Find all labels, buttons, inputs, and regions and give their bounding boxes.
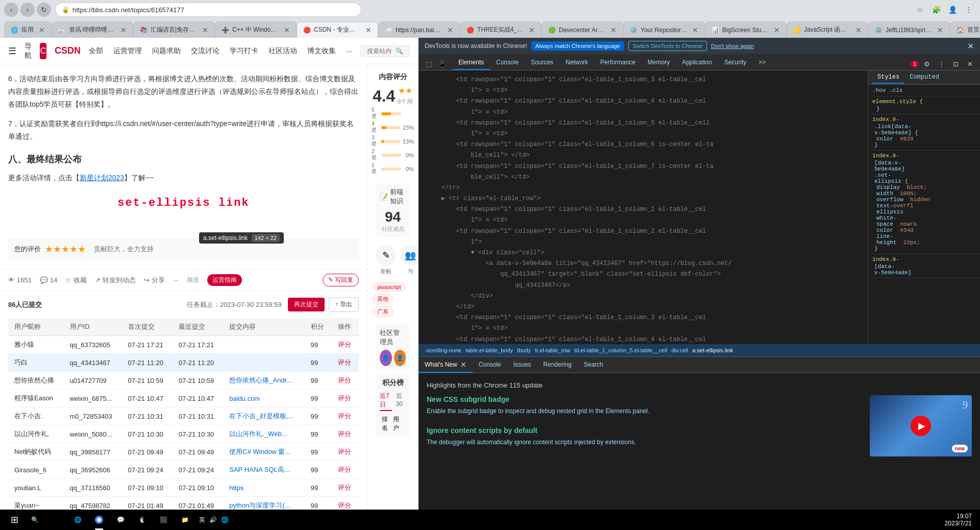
browser-tab[interactable]: ⚙️JeffLi1993/spring...✕	[868, 21, 950, 38]
browser-tab[interactable]: 🌐应用✕	[4, 21, 52, 38]
resubmit-button[interactable]: 再次提交	[288, 298, 325, 311]
admin-avatar-1[interactable]: 👤	[380, 350, 392, 366]
submission-link[interactable]: SAP HANA SQL高...	[229, 466, 289, 473]
dom-tree-line[interactable]: qq_43413467</a>	[419, 280, 868, 291]
nav-item[interactable]: 问题求助	[152, 46, 181, 56]
taskbar-wechat[interactable]: 💬	[110, 510, 131, 530]
forward-button[interactable]: ›	[20, 3, 35, 17]
devtools-tab[interactable]: Network	[559, 56, 594, 70]
taskbar-taskview[interactable]: ⧉	[46, 510, 66, 530]
tab-close-icon[interactable]: ✕	[692, 26, 698, 34]
dom-tree-line[interactable]: <td rowspan="1" colspan="1" class="el-ta…	[419, 118, 868, 129]
forward-btn[interactable]: ↗ 转发到动态	[95, 276, 136, 285]
dom-tree-line[interactable]: 1"> ≡ <td>	[419, 215, 868, 226]
styles-tab-computed[interactable]: Computed	[904, 71, 944, 84]
taskbar-vs[interactable]: ⬛	[153, 510, 174, 530]
comment-count[interactable]: 💬 14	[40, 276, 57, 284]
close-devtools-btn[interactable]: ✕	[964, 58, 976, 70]
dom-tree-line[interactable]: <td rowspan="1" colspan="1" class="el-ta…	[419, 161, 868, 172]
dom-tree-line[interactable]: <a data-v-5e0e4a8e title="qq_43413467" h…	[419, 258, 868, 269]
taskbar-search[interactable]: 🔍	[24, 510, 45, 530]
devtools-bottom-tab[interactable]: Rendering	[537, 358, 577, 372]
dom-tree-line[interactable]: <td rowspan="1" colspan="1" class="el-ta…	[419, 204, 868, 215]
search-input[interactable]	[367, 47, 391, 55]
menu-icon[interactable]: ☰	[8, 45, 16, 57]
dom-tree-line[interactable]: 1"> ≡ <td>	[419, 85, 868, 96]
dom-tree-line[interactable]: </div>	[419, 291, 868, 302]
eval-button[interactable]: 评分	[338, 358, 351, 366]
browser-tab[interactable]: 🔴CSDN - 专业开发...✕	[297, 21, 378, 38]
dom-tree-line[interactable]: 1"> ≡ <td>	[419, 129, 868, 139]
inspect-icon-btn[interactable]: ⬚	[423, 58, 435, 70]
dom-tree-line[interactable]: 1"> ≡ <td>	[419, 107, 868, 118]
submission-link[interactable]: https	[229, 484, 243, 492]
devtools-tab[interactable]: >>	[752, 56, 772, 70]
dom-tree-line[interactable]: 1">	[419, 237, 868, 248]
score-tab[interactable]: 近30	[396, 392, 406, 411]
devtools-tab[interactable]: Performance	[594, 56, 642, 70]
search-icon[interactable]: 🔍	[396, 47, 403, 55]
info-bar-close[interactable]: ✕	[967, 41, 974, 51]
tab-close-icon[interactable]: ✕	[120, 26, 127, 34]
browser-tab[interactable]: 🟢Devecenter Archiv...✕	[542, 21, 623, 38]
breadcrumb-item[interactable]: td.el-table_1_column_5.el-table__cell	[572, 347, 669, 353]
breadcrumb-item[interactable]: div.cell	[669, 347, 690, 353]
switch-language-btn[interactable]: Switch DevTools to Chinese	[628, 41, 707, 51]
activity-join[interactable]: 👥 与	[400, 245, 419, 275]
eval-button[interactable]: 评分	[338, 341, 351, 348]
more-icon-btn[interactable]: ⋮	[935, 58, 947, 70]
tab-close-icon[interactable]: ✕	[39, 26, 45, 34]
tag-item[interactable]: javascript	[373, 282, 405, 292]
taskbar-chrome[interactable]	[89, 510, 109, 530]
taskbar-qq[interactable]: 🐧	[132, 510, 152, 530]
eval-button[interactable]: 评分	[338, 412, 351, 420]
browser-tab[interactable]: 🏠首页 | 高端控制台✕	[950, 21, 980, 38]
devtools-tab[interactable]: Memory	[642, 56, 676, 70]
eval-button[interactable]: 评分	[338, 448, 351, 455]
share-btn[interactable]: ↪ 分享	[144, 276, 165, 285]
bookmark-button[interactable]: ☆	[913, 3, 927, 17]
breadcrumb-item[interactable]: tr.el-table_row	[533, 347, 572, 353]
browser-tab[interactable]: ⚙️Your Repositories✕	[623, 21, 705, 38]
breadcrumb-item[interactable]: a.set-ellipsis.link	[690, 347, 735, 353]
dom-tree-line[interactable]: <td rowspan="1" colspan="1" class="el-ta…	[419, 139, 868, 150]
nav-item[interactable]: ···	[346, 47, 352, 55]
devtools-bottom-tab[interactable]: Search	[578, 358, 609, 372]
taskbar-network[interactable]: 🌐	[221, 516, 229, 523]
tab-close-icon[interactable]: ✕	[937, 26, 943, 34]
tab-close-icon[interactable]: ✕	[202, 26, 208, 34]
styles-tab-styles[interactable]: Styles	[872, 71, 904, 84]
dom-tree-line[interactable]: ▶ <tr class="el-table_row">	[419, 194, 868, 204]
nav-item[interactable]: 运营管理	[113, 46, 142, 56]
dom-tree-line[interactable]: <td rowspan="1" colspan="1" class="el-ta…	[419, 96, 868, 107]
dom-tree-line[interactable]: 1"> ≡ <td>	[419, 323, 868, 334]
search-bar[interactable]: 🔍	[360, 45, 410, 57]
browser-tab[interactable]: 📊BigScreen Studio...✕	[705, 21, 787, 38]
refresh-button[interactable]: ↻	[37, 3, 51, 17]
eval-button[interactable]: 评分	[338, 376, 351, 384]
tab-close-icon[interactable]: ✕	[365, 26, 372, 34]
tab-close-icon[interactable]: ✕	[610, 26, 617, 34]
reply-button[interactable]: ✎ 写回复	[323, 274, 359, 286]
eval-button[interactable]: 评分	[338, 466, 351, 473]
menu-button[interactable]: ⋮	[962, 3, 976, 17]
tag-item[interactable]: 其他	[373, 294, 393, 304]
browser-tab[interactable]: ☁️https://pan.baidu...✕	[378, 21, 460, 38]
breadcrumb-item[interactable]: table.el-table_body	[463, 347, 515, 353]
play-button[interactable]: ▶	[911, 416, 931, 436]
tab-close-icon[interactable]: ✕	[774, 26, 780, 34]
devtools-bottom-tab[interactable]: Issues	[507, 358, 537, 372]
browser-tab[interactable]: 📚汇编语言|免存器...✕	[133, 21, 215, 38]
eval-button[interactable]: 评分	[338, 501, 351, 509]
breadcrumb-item[interactable]: -scrolling-none	[423, 347, 463, 353]
user-stars[interactable]: ★★★★★	[45, 244, 86, 255]
dom-tree-line[interactable]: </td>	[419, 302, 868, 312]
submission-link[interactable]: 在下小吉_好是模板,...	[229, 412, 293, 420]
dont-show-link[interactable]: Don't show again	[711, 43, 754, 49]
admin-avatar-2[interactable]: 👤	[394, 350, 406, 366]
nav-item[interactable]: 交流讨论	[191, 46, 219, 56]
nav-item[interactable]: 社区活动	[268, 46, 297, 56]
export-button[interactable]: ↑ 导出	[329, 297, 359, 312]
settings-icon-btn[interactable]: ⚙	[921, 58, 933, 70]
tab-close-icon[interactable]: ✕	[447, 26, 453, 34]
